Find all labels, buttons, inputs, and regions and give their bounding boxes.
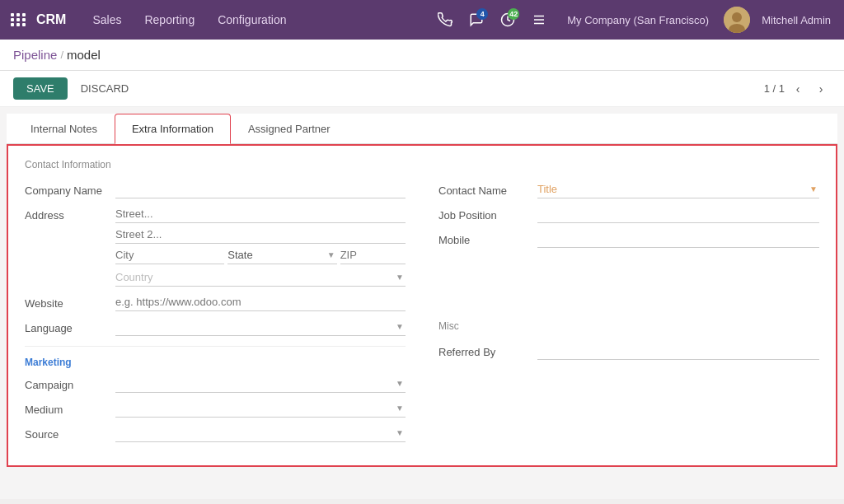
form-toolbar: SAVE DISCARD 1 / 1 ‹ › <box>0 71 844 107</box>
contact-right-column: Contact Name Title ▼ Job Position Mobil <box>438 180 819 449</box>
referred-by-input[interactable] <box>537 342 819 360</box>
prev-record-button[interactable]: ‹ <box>788 79 808 99</box>
job-position-input[interactable] <box>537 205 819 223</box>
city-input[interactable] <box>115 246 224 264</box>
language-select[interactable] <box>115 318 406 336</box>
tabs-bar: Internal Notes Extra Information Assigne… <box>7 114 837 144</box>
user-avatar[interactable] <box>724 7 750 33</box>
nav-configuration[interactable]: Configuration <box>208 8 296 31</box>
username[interactable]: Mitchell Admin <box>755 14 837 26</box>
record-navigation: 1 / 1 ‹ › <box>764 79 831 99</box>
settings-icon[interactable] <box>526 7 552 33</box>
medium-label: Medium <box>25 399 115 416</box>
source-select-wrap: ▼ <box>115 424 406 442</box>
extra-information-panel: Contact Information Company Name Address <box>7 144 837 467</box>
top-navigation: CRM Sales Reporting Configuration 4 42 M… <box>0 0 844 40</box>
source-label: Source <box>25 424 115 441</box>
marketing-section-title: Marketing <box>25 357 406 368</box>
apps-grid-icon[interactable] <box>7 8 30 31</box>
company-name-label: Company Name <box>25 180 115 197</box>
company-name[interactable]: My Company (San Francisco) <box>557 14 719 26</box>
address-label: Address <box>25 205 115 222</box>
discard-button[interactable]: DISCARD <box>74 77 136 100</box>
referred-by-row: Referred By <box>438 342 819 360</box>
country-select-wrap: Country ▼ <box>115 268 406 287</box>
language-label: Language <box>25 318 115 334</box>
app-name: CRM <box>36 12 66 27</box>
zip-input[interactable] <box>340 246 406 264</box>
company-name-input[interactable] <box>115 180 406 198</box>
address-fields: State ▼ Country ▼ <box>115 205 406 287</box>
activity-icon[interactable]: 42 <box>495 7 521 33</box>
next-record-button[interactable]: › <box>811 79 831 99</box>
medium-select-wrap: ▼ <box>115 399 406 418</box>
website-label: Website <box>25 293 115 310</box>
state-select-wrap: State ▼ <box>227 246 336 264</box>
mobile-input[interactable] <box>537 230 819 248</box>
tab-internal-notes[interactable]: Internal Notes <box>13 114 115 144</box>
save-button[interactable]: SAVE <box>13 77 68 100</box>
medium-select[interactable] <box>115 399 406 418</box>
website-input[interactable] <box>115 293 406 311</box>
phone-icon[interactable] <box>432 7 458 33</box>
breadcrumb-parent[interactable]: Pipeline <box>13 48 57 62</box>
country-select[interactable]: Country <box>115 268 406 287</box>
breadcrumb: Pipeline / model <box>0 40 844 71</box>
language-row: Language ▼ <box>25 318 406 336</box>
job-position-label: Job Position <box>438 205 537 222</box>
chat-icon[interactable]: 4 <box>463 7 490 33</box>
referred-by-label: Referred By <box>438 342 537 358</box>
nav-sales[interactable]: Sales <box>82 8 131 31</box>
contact-section-title: Contact Information <box>25 159 819 170</box>
nav-reporting[interactable]: Reporting <box>134 8 204 31</box>
contact-name-row: Contact Name Title ▼ <box>438 180 819 198</box>
state-select[interactable]: State <box>227 246 336 264</box>
misc-section-title: Misc <box>438 320 819 332</box>
title-select-wrap: Title ▼ <box>537 180 819 198</box>
street2-input[interactable] <box>115 226 406 244</box>
campaign-row: Campaign ▼ <box>25 375 406 393</box>
street-input[interactable] <box>115 205 406 223</box>
company-name-row: Company Name <box>25 180 406 198</box>
city-state-zip-row: State ▼ <box>115 246 406 264</box>
source-row: Source ▼ <box>25 424 406 442</box>
marketing-divider <box>25 346 406 347</box>
campaign-select-wrap: ▼ <box>115 375 406 393</box>
breadcrumb-separator: / <box>60 49 63 61</box>
record-count: 1 / 1 <box>764 82 785 95</box>
activity-badge: 42 <box>508 8 519 20</box>
mobile-row: Mobile <box>438 230 819 248</box>
contact-left-column: Company Name Address State <box>25 180 406 449</box>
job-position-row: Job Position <box>438 205 819 223</box>
language-select-wrap: ▼ <box>115 318 406 336</box>
website-row: Website <box>25 293 406 311</box>
tab-assigned-partner[interactable]: Assigned Partner <box>231 114 348 144</box>
contact-form-grid: Company Name Address State <box>25 180 819 449</box>
contact-name-label: Contact Name <box>438 180 537 197</box>
title-select[interactable]: Title <box>537 180 819 198</box>
svg-point-5 <box>732 12 742 22</box>
tab-extra-information[interactable]: Extra Information <box>115 114 231 144</box>
chat-badge: 4 <box>476 8 488 20</box>
campaign-label: Campaign <box>25 375 115 391</box>
campaign-select[interactable] <box>115 375 406 393</box>
source-select[interactable] <box>115 424 406 442</box>
mobile-label: Mobile <box>438 230 537 246</box>
medium-row: Medium ▼ <box>25 399 406 418</box>
main-content-area: Internal Notes Extra Information Assigne… <box>0 107 844 499</box>
address-row: Address State ▼ <box>25 205 406 287</box>
breadcrumb-current: model <box>67 48 101 62</box>
